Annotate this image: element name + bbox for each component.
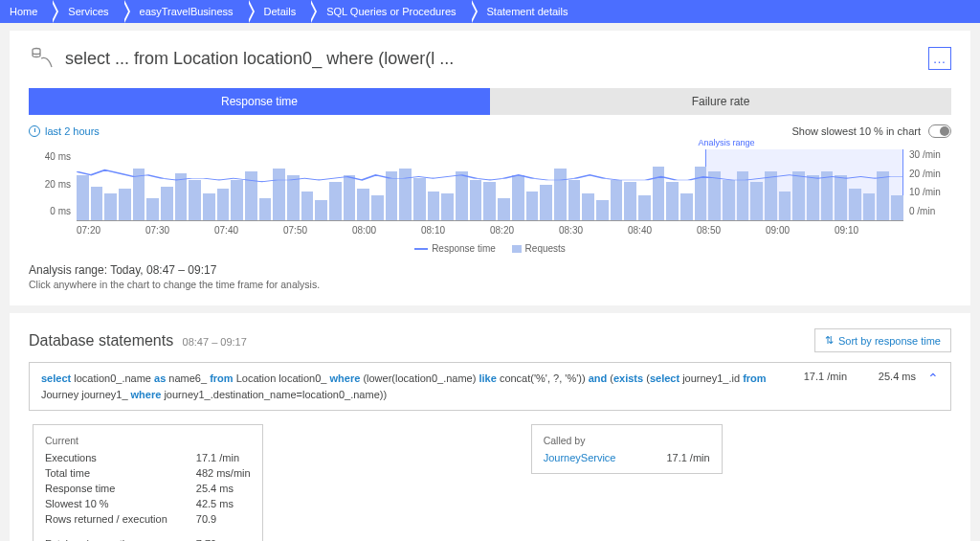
crumb-statement-details[interactable]: Statement details <box>470 0 582 23</box>
tab-failure-rate[interactable]: Failure rate <box>490 88 951 115</box>
statement-row[interactable]: select location0_.name as name6_ from Lo… <box>29 362 951 411</box>
tab-response-time[interactable]: Response time <box>29 88 490 115</box>
slowest-toggle[interactable] <box>928 124 951 138</box>
slowest-toggle-row: Show slowest 10 % in chart <box>791 124 951 138</box>
analysis-range-text: Analysis range: Today, 08:47 – 09:17 <box>29 263 951 277</box>
current-metrics-box: Current Executions17.1 /minTotal time482… <box>33 424 263 541</box>
y-axis-left: 40 ms 20 ms 0 ms <box>29 149 77 216</box>
more-menu-button[interactable]: … <box>928 47 951 70</box>
chart[interactable]: 40 ms 20 ms 0 ms Analysis range 30 /min … <box>29 149 951 221</box>
db-statements-panel: Database statements 08:47 – 09:17 ⇅ Sort… <box>10 313 970 541</box>
time-range-selector[interactable]: last 2 hours <box>29 125 100 137</box>
database-query-icon <box>29 46 54 71</box>
page-title: select ... from Location location0_ wher… <box>65 49 917 69</box>
crumb-services[interactable]: Services <box>51 0 122 23</box>
analysis-range-label: Analysis range <box>698 138 754 147</box>
called-by-rate: 17.1 /min <box>666 452 709 463</box>
legend-line-swatch <box>414 248 428 250</box>
slowest-label: Show slowest 10 % in chart <box>791 125 921 137</box>
db-section-range: 08:47 – 09:17 <box>183 336 247 348</box>
time-range-label: last 2 hours <box>45 125 100 137</box>
legend-bar-swatch <box>512 245 522 253</box>
crumb-details[interactable]: Details <box>247 0 310 23</box>
breadcrumb: Home Services easyTravelBusiness Details… <box>0 0 980 23</box>
sql-text: select location0_.name as name6_ from Lo… <box>41 371 778 402</box>
stmt-time: 25.4 ms <box>858 371 916 382</box>
chevron-up-icon: ⌃ <box>927 371 939 386</box>
analysis-hint: Click anywhere in the chart to change th… <box>29 279 951 290</box>
sort-icon: ⇅ <box>825 334 834 347</box>
chart-legend: Response time Requests <box>29 243 951 254</box>
y-axis-right: 30 /min 20 /min 10 /min 0 /min <box>903 149 951 216</box>
main-panel: select ... from Location location0_ wher… <box>10 31 970 305</box>
called-by-service-link[interactable]: JourneyService <box>544 452 616 463</box>
stmt-rate: 17.1 /min <box>790 371 847 382</box>
x-axis-ticks: 07:2007:3007:4007:5008:0008:1008:2008:30… <box>77 225 903 236</box>
crumb-sql[interactable]: SQL Queries or Procedures <box>309 0 469 23</box>
crumb-home[interactable]: Home <box>0 0 51 23</box>
sort-button[interactable]: ⇅ Sort by response time <box>814 328 951 352</box>
response-time-line <box>77 153 903 220</box>
called-by-head: Called by <box>544 435 710 446</box>
db-section-title: Database statements <box>29 332 173 349</box>
clock-icon <box>29 125 40 137</box>
crumb-easytravel[interactable]: easyTravelBusiness <box>122 0 247 23</box>
called-by-box: Called by JourneyService 17.1 /min <box>531 424 723 474</box>
current-head: Current <box>45 435 251 446</box>
tab-bar: Response time Failure rate <box>29 88 951 115</box>
